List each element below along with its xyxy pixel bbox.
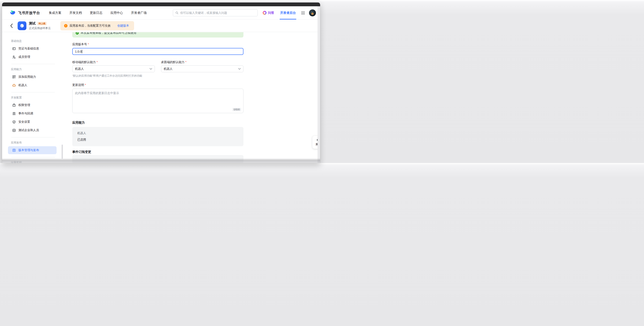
qa-label: 问答 xyxy=(268,11,274,15)
id-card-icon xyxy=(12,47,16,50)
required-mark: * xyxy=(96,60,98,64)
nav-item-integrations[interactable]: 集成方案 xyxy=(49,11,62,15)
nav-item-app-center[interactable]: 应用中心 xyxy=(110,11,123,15)
qa-gradient-ring-icon xyxy=(263,11,266,15)
version-value: 1.0.0 xyxy=(75,50,82,53)
sidebar-item-label: 测试企业和人员 xyxy=(18,128,39,132)
chevron-down-icon xyxy=(238,68,241,70)
mobile-capability-select[interactable]: 机器人 xyxy=(72,65,155,72)
selected-value: 机器人 xyxy=(164,67,173,71)
tab-developer-console[interactable]: 开发者后台 xyxy=(280,6,296,20)
robot-icon xyxy=(12,84,16,87)
chevron-down-icon xyxy=(150,68,152,70)
required-mark: * xyxy=(186,60,186,64)
text-cursor xyxy=(82,50,82,53)
warning-text: 应用发布后，当前配置方可生效 xyxy=(70,24,110,28)
brand-name: 飞书开放平台 xyxy=(18,10,40,15)
required-mark: * xyxy=(88,42,89,46)
nav-item-marketplace[interactable]: 开发者广场 xyxy=(131,11,147,15)
page: 飞书开放平台 集成方案 开发文档 更新日志 应用中心 开发者广场 问答 xyxy=(2,6,320,163)
sidebar-item-bot[interactable]: 机器人 xyxy=(8,81,56,89)
sidebar-scrollbar-thumb[interactable] xyxy=(62,144,63,159)
char-counter: 0/500 xyxy=(232,108,241,111)
nav-item-changelog[interactable]: 更新日志 xyxy=(90,11,102,15)
sidebar-divider xyxy=(11,137,55,138)
sidebar-item-credentials[interactable]: 凭证与基础信息 xyxy=(8,45,56,52)
sidebar-item-label: 事件与回调 xyxy=(18,112,33,116)
sidebar-item-test-org[interactable]: 测试企业和人员 xyxy=(8,126,56,134)
version-label: 应用版本号* xyxy=(72,42,244,46)
desktop-capability-label: 桌面端的默认能力* xyxy=(161,60,244,64)
success-banner-text: 本次发布免审核，提交发布后即可上线使用 xyxy=(81,32,136,35)
window-titlebar xyxy=(2,2,320,6)
version-input[interactable]: 1.0.0 xyxy=(72,48,244,55)
app-icon xyxy=(18,21,26,30)
qa-entry[interactable]: 问答 xyxy=(263,11,274,15)
bookmark-plus-icon xyxy=(12,112,16,116)
sidebar-section-ops-monitoring: 运营监控 xyxy=(11,161,57,163)
grid-plus-icon xyxy=(12,75,16,79)
user-plus-icon xyxy=(12,55,16,59)
mobile-capability-label: 移动端的默认能力* xyxy=(72,60,155,64)
sidebar-item-security[interactable]: 安全设置 xyxy=(8,118,56,126)
desktop-capability-select[interactable]: 机器人 xyxy=(161,65,244,72)
changelog-label: 更新说明* xyxy=(72,83,244,87)
sidebar-item-label: 添加应用能力 xyxy=(18,75,36,79)
sidebar-section-basic-info: 基础信息 xyxy=(11,39,57,43)
search-icon xyxy=(175,11,178,14)
capability-hint: “默认的应用功能”即用户通过工作台访问应用时打开的功能 xyxy=(72,74,155,78)
sidebar-item-label: 成员管理 xyxy=(18,55,30,59)
nav-item-docs[interactable]: 开发文档 xyxy=(69,11,82,15)
sidebar-section-dev-config: 开发配置 xyxy=(11,96,57,100)
app-subtitle: 正式应用@环界云 xyxy=(29,26,51,30)
app-grid-icon[interactable] xyxy=(301,11,305,15)
sidebar: 基础信息 凭证与基础信息 成员管理 应用能力 xyxy=(6,32,57,163)
back-button[interactable] xyxy=(10,24,13,28)
sidebar-item-members[interactable]: 成员管理 xyxy=(8,53,56,61)
warning-icon: ! xyxy=(64,24,68,28)
app-name: 测试 xyxy=(29,21,36,26)
sidebar-item-events-callbacks[interactable]: 事件与回调 xyxy=(8,110,56,118)
sidebar-item-label: 凭证与基础信息 xyxy=(18,47,39,50)
publish-warning-banner: ! 应用发布后，当前配置方可生效 创建版本 xyxy=(60,21,134,30)
create-version-link[interactable]: 创建版本 xyxy=(117,24,129,28)
feishu-bird-icon xyxy=(10,10,16,16)
chevron-left-icon xyxy=(10,24,13,28)
changelog-textarea[interactable]: 此内容将于应用的更新日志中显示 0/500 xyxy=(72,88,244,113)
sidebar-item-permissions[interactable]: 权限管理 xyxy=(8,101,56,109)
sidebar-item-label: 权限管理 xyxy=(18,103,30,107)
briefcase-lock-icon xyxy=(12,103,16,107)
nav-right-cluster: 问答 开发者后台 xyxy=(263,6,316,20)
sidebar-section-release: 应用发布 xyxy=(11,141,57,144)
status-badge: 待上线 xyxy=(37,22,47,25)
sidebar-item-label: 版本管理与发布 xyxy=(18,148,39,152)
check-circle-icon xyxy=(76,32,79,34)
changelog-placeholder: 此内容将于应用的更新日志中显示 xyxy=(75,91,119,95)
top-navigation: 飞书开放平台 集成方案 开发文档 更新日志 应用中心 开发者广场 问答 xyxy=(2,6,320,20)
user-avatar[interactable] xyxy=(309,10,316,16)
page-scrollbar-track[interactable] xyxy=(318,6,320,163)
shield-check-icon xyxy=(12,120,16,124)
sidebar-item-version-release[interactable]: 版本管理与发布 xyxy=(8,146,56,154)
required-mark: * xyxy=(85,83,86,86)
sidebar-item-label: 安全设置 xyxy=(18,120,30,124)
search-box[interactable] xyxy=(173,9,258,16)
success-banner: 本次发布免审核，提交发布后即可上线使用 xyxy=(72,32,244,38)
main-content: 本次发布免审核，提交发布后即可上线使用 应用版本号* 1.0.0 移动端的默认能… xyxy=(72,32,244,163)
capability-card: 机器人 已启用 xyxy=(72,127,244,146)
console-label: 开发者后台 xyxy=(280,11,296,15)
events-section-title: 事件订阅变更 xyxy=(72,150,244,154)
app-meta: 测试 待上线 正式应用@环界云 xyxy=(29,21,51,30)
cube-icon xyxy=(19,23,25,28)
sidebar-item-add-capability[interactable]: 添加应用能力 xyxy=(8,73,56,81)
search-input[interactable] xyxy=(180,11,255,14)
events-card xyxy=(72,155,244,163)
upload-box-icon xyxy=(12,148,16,152)
feishu-logo[interactable]: 飞书开放平台 xyxy=(10,10,40,16)
capability-section-title: 应用能力 xyxy=(72,121,244,124)
sidebar-section-capabilities: 应用能力 xyxy=(11,68,57,71)
capability-name: 机器人 xyxy=(77,131,238,135)
browser-window: 飞书开放平台 集成方案 开发文档 更新日志 应用中心 开发者广场 问答 xyxy=(2,2,320,163)
sidebar-divider xyxy=(11,92,55,92)
sidebar-item-label: 机器人 xyxy=(18,84,27,87)
